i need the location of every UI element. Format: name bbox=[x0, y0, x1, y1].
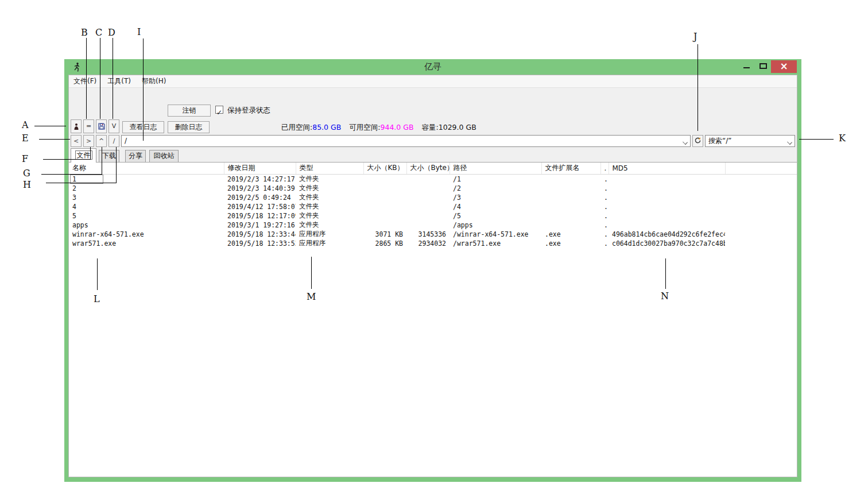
up-button[interactable]: ^ bbox=[96, 135, 107, 147]
close-button[interactable]: × bbox=[771, 60, 797, 73]
delete-log-button[interactable]: 删除日志 bbox=[168, 121, 210, 133]
table-cell bbox=[541, 221, 600, 230]
table-cell: 3071 KB bbox=[363, 230, 406, 239]
checkmark-icon: ✓ bbox=[216, 109, 222, 117]
column-header[interactable]: MD5 bbox=[609, 163, 725, 174]
table-cell: 文件夹 bbox=[296, 184, 363, 193]
minimize-button[interactable] bbox=[741, 64, 753, 72]
annotation-line-c bbox=[100, 38, 100, 119]
back-button[interactable]: < bbox=[71, 135, 82, 147]
annotation-line-m bbox=[311, 257, 312, 289]
root-button[interactable]: / bbox=[108, 135, 119, 147]
column-header[interactable]: 大小（KB） bbox=[363, 163, 406, 174]
file-list-panel: 名称修改日期类型大小（KB）大小（Byte）路径文件扩展名.MD512019/2… bbox=[69, 162, 797, 477]
table-row[interactable]: 42019/4/12 17:58:07文件夹/4. bbox=[69, 202, 797, 211]
annotation-letter-k: K bbox=[839, 133, 846, 144]
table-cell: . bbox=[600, 211, 609, 221]
tab-recycle-bin[interactable]: 回收站 bbox=[149, 150, 179, 162]
table-cell: . bbox=[600, 221, 609, 230]
titlebar[interactable]: 亿寻 × bbox=[64, 59, 801, 75]
table-cell: /3 bbox=[450, 193, 541, 202]
table-cell: 2865 KB bbox=[363, 239, 406, 248]
path-combobox[interactable]: / bbox=[121, 135, 691, 147]
annotation-letter-n: N bbox=[661, 291, 669, 302]
save-button[interactable] bbox=[96, 119, 107, 133]
annotation-line-h-vertical bbox=[116, 147, 117, 183]
table-row[interactable]: 22019/2/3 14:40:39文件夹/2. bbox=[69, 184, 797, 193]
table-cell: /5 bbox=[450, 211, 541, 221]
tab-share[interactable]: 分享 bbox=[125, 150, 146, 162]
column-header[interactable]: 文件扩展名 bbox=[541, 163, 600, 174]
menu-bar: 文件(F) 工具(T) 帮助(H) bbox=[69, 75, 797, 88]
table-cell: 4 bbox=[69, 202, 224, 211]
menu-item-tools[interactable]: 工具(T) bbox=[107, 76, 131, 86]
annotation-line-h bbox=[46, 183, 117, 183]
table-cell: 2019/2/3 14:40:39 bbox=[224, 184, 296, 193]
tab-files[interactable]: 文件 bbox=[71, 148, 96, 163]
table-cell bbox=[725, 221, 797, 230]
chevron-down-icon[interactable] bbox=[683, 140, 688, 145]
search-combobox[interactable]: 搜索“/” bbox=[705, 135, 795, 147]
table-row[interactable]: wrar571.exe2019/5/18 12:33:53应用程序2865 KB… bbox=[69, 239, 797, 248]
table-cell: /wrar571.exe bbox=[450, 239, 541, 248]
table-row[interactable]: 12019/2/3 14:27:17文件夹/1. bbox=[69, 174, 797, 184]
file-table: 名称修改日期类型大小（KB）大小（Byte）路径文件扩展名.MD512019/2… bbox=[69, 163, 797, 248]
annotation-line-d bbox=[113, 38, 113, 119]
refresh-button[interactable] bbox=[692, 135, 703, 147]
column-header[interactable]: 类型 bbox=[296, 163, 363, 174]
table-cell bbox=[541, 202, 600, 211]
account-button[interactable] bbox=[71, 119, 82, 133]
table-row[interactable]: 32019/2/5 0:49:24文件夹/3. bbox=[69, 193, 797, 202]
table-cell: 2019/4/12 17:58:07 bbox=[224, 202, 296, 211]
free-space-label: 可用空间: bbox=[349, 123, 380, 132]
table-row[interactable]: apps2019/3/1 19:27:16文件夹/apps. bbox=[69, 221, 797, 230]
column-header[interactable]: 大小（Byte） bbox=[406, 163, 450, 174]
table-cell: 文件夹 bbox=[296, 221, 363, 230]
table-cell bbox=[406, 174, 450, 184]
table-cell: . bbox=[600, 202, 609, 211]
table-cell: . bbox=[600, 193, 609, 202]
table-cell: 应用程序 bbox=[296, 239, 363, 248]
table-cell: apps bbox=[69, 221, 224, 230]
minimize-icon bbox=[743, 67, 750, 68]
column-header[interactable]: 名称 bbox=[69, 163, 224, 174]
v-button[interactable]: V bbox=[108, 119, 119, 133]
column-header[interactable]: . bbox=[600, 163, 609, 174]
menu-item-file[interactable]: 文件(F) bbox=[73, 76, 96, 86]
chevron-down-icon[interactable] bbox=[787, 140, 792, 145]
table-cell: . bbox=[600, 239, 609, 248]
table-cell: . bbox=[600, 174, 609, 184]
table-row[interactable]: 52019/5/18 12:17:09文件夹/5. bbox=[69, 211, 797, 221]
annotation-line-a bbox=[34, 126, 66, 126]
column-header[interactable] bbox=[725, 163, 797, 174]
logout-button[interactable]: 注销 bbox=[168, 105, 211, 117]
annotation-letter-e: E bbox=[22, 133, 29, 144]
annotation-line-e bbox=[39, 139, 70, 140]
column-header[interactable]: 修改日期 bbox=[224, 163, 296, 174]
forward-button[interactable]: > bbox=[83, 135, 94, 147]
column-header[interactable]: 路径 bbox=[450, 163, 541, 174]
annotation-line-k bbox=[799, 139, 834, 140]
annotation-line-n bbox=[665, 258, 666, 289]
table-cell: 3 bbox=[69, 193, 224, 202]
annotation-letter-g: G bbox=[23, 168, 30, 179]
table-cell: 2019/5/18 12:17:09 bbox=[224, 211, 296, 221]
keep-login-checkbox[interactable]: ✓ bbox=[215, 106, 223, 114]
table-cell: . bbox=[600, 184, 609, 193]
menu-item-help[interactable]: 帮助(H) bbox=[142, 76, 166, 86]
table-cell bbox=[406, 193, 450, 202]
table-cell: 文件夹 bbox=[296, 174, 363, 184]
table-cell: wrar571.exe bbox=[69, 239, 224, 248]
annotation-letter-a: A bbox=[22, 119, 29, 130]
table-cell bbox=[725, 230, 797, 239]
table-cell bbox=[725, 193, 797, 202]
used-space-label: 已用空间: bbox=[281, 123, 312, 132]
annotation-letter-i: I bbox=[137, 26, 141, 37]
table-cell bbox=[363, 193, 406, 202]
annotation-letter-h: H bbox=[23, 179, 31, 190]
equals-button[interactable]: = bbox=[83, 119, 94, 133]
keep-login-label: 保持登录状态 bbox=[227, 106, 270, 115]
maximize-button[interactable] bbox=[757, 61, 770, 72]
table-row[interactable]: winrar-x64-571.exe2019/5/18 12:33:44应用程序… bbox=[69, 230, 797, 239]
table-cell bbox=[609, 202, 725, 211]
